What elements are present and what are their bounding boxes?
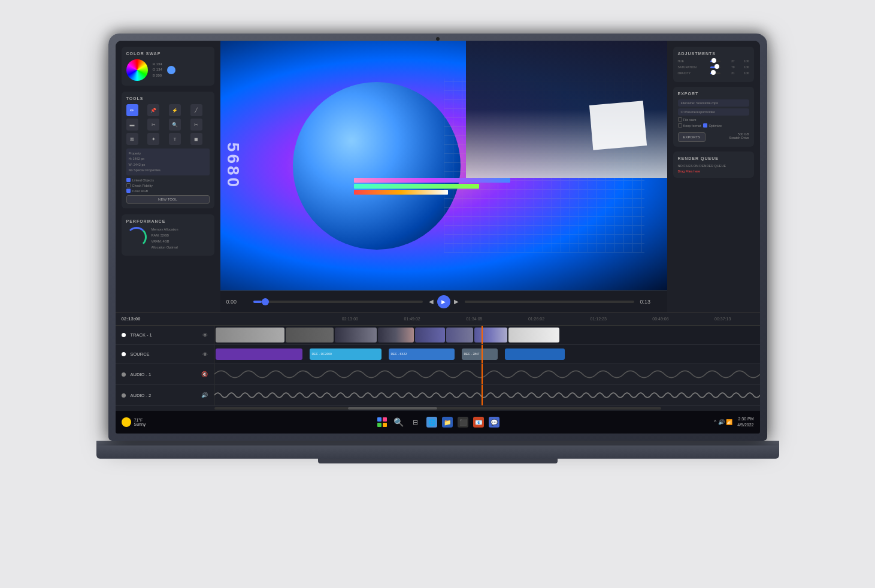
tool-shape[interactable]: ◼ [190,133,202,145]
color-swap-title: COLOR SWAP [126,51,210,56]
opacity-thumb[interactable] [711,70,716,75]
video-clip-6[interactable] [446,328,473,343]
video-clip-5[interactable] [415,328,445,343]
audio-1-mute-icon[interactable]: 🔇 [201,371,208,377]
app-teams[interactable]: 💬 [489,417,499,428]
visual-white-patch [589,101,647,150]
saturation-max: 100 [737,65,749,69]
source-track-dot [122,352,126,356]
performance-stats: Memory Allocation RAM: 32GB VRAM: 4GB Al… [152,227,178,251]
play-button[interactable]: ▶ [437,295,450,308]
source-clip-cyan[interactable]: REC - DC2000 [310,348,382,359]
track-1-name: TRACK - 1 [131,332,198,338]
source-clip-gray[interactable]: REC - 2847 [462,348,498,359]
windows-start-button[interactable] [376,416,388,428]
export-button[interactable]: EXPORTS [678,132,706,142]
video-clip-3[interactable] [335,328,377,343]
weather-temp: 71°F [134,418,146,422]
app-terminal[interactable]: ⬛ [458,417,468,428]
app-edge[interactable]: 🌐 [426,417,437,428]
hue-slider[interactable] [710,60,720,62]
timeline-tracks: TRACK - 1 👁 [116,326,760,406]
tool-pin[interactable]: 📌 [147,104,159,116]
next-button[interactable]: ▶ [454,298,459,305]
tool-eraser[interactable]: ▬ [126,119,138,131]
saturation-slider[interactable] [710,66,720,68]
search-button[interactable]: 🔍 [393,416,405,428]
tool-select[interactable]: ✂ [147,119,159,131]
app-folder[interactable]: 📁 [442,417,453,428]
tool-scissors[interactable]: ✂ [190,119,202,131]
taskbar: 71°F Sunny 🔍 [116,411,760,434]
hue-thumb[interactable] [711,58,716,63]
saturation-label: SATURATION [678,65,708,69]
saturation-thumb[interactable] [714,64,719,69]
source-track-eye-icon[interactable]: 👁 [202,351,208,357]
video-clip-2[interactable] [286,328,334,343]
progress-fill [253,301,262,303]
scrollbar-track[interactable] [214,407,661,410]
source-clip-purple[interactable] [216,348,302,359]
video-clip-4[interactable] [378,328,414,343]
properties-box: Property H: 1462 px W: 2442 px No Specia… [126,148,210,175]
tools-grid: ✏ 📌 ⚡ ╱ ▬ ✂ 🔍 ✂ ⊠ ✦ T [126,104,210,145]
app-mail[interactable]: 📧 [473,417,484,428]
tool-transform[interactable]: ✦ [147,133,159,145]
file-save-checkbox[interactable] [678,117,682,122]
new-tool-button[interactable]: NEW TOOL [126,195,210,204]
tool-line[interactable]: ╱ [190,104,202,116]
progress-track[interactable] [253,301,423,303]
tool-zoom[interactable]: 🔍 [169,119,181,131]
track-1: TRACK - 1 👁 [116,326,760,345]
drag-here-text[interactable]: Drag Files here [678,169,749,173]
audio-1-track: AUDIO - 1 🔇 [116,364,760,385]
perf-memory: Memory Allocation [152,227,178,233]
tool-pen[interactable]: ✏ [126,104,138,116]
timeline-scrollbar [116,406,760,411]
prev-button[interactable]: ◀ [429,298,434,305]
track-1-eye-icon[interactable]: 👁 [202,332,208,338]
source-clip-blue[interactable]: REC - 6X22 [389,348,455,359]
optimize-checkbox[interactable] [703,123,707,128]
progress-track-right[interactable] [465,301,634,303]
optimize-label: Optimize [709,124,722,128]
linked-objects-check[interactable]: Linked Objects [126,178,210,182]
tool-crop[interactable]: ⊠ [126,133,138,145]
file-save-option[interactable]: File save [678,117,697,122]
scratch-drive: 500 GBScratch Drive [729,132,749,140]
opacity-slider[interactable] [710,72,720,74]
color-rgb-check[interactable]: Color RGB [126,189,210,193]
task-view-button[interactable]: ⊟ [410,416,422,428]
keep-format-checkbox[interactable] [678,123,682,128]
audio-2-label: AUDIO - 2 🔊 [116,385,214,405]
screen-bezel: COLOR SWAP R 134 G 134 B 200 [116,41,760,434]
video-clip-7[interactable] [474,328,507,343]
video-clip-1[interactable] [216,328,284,343]
optimize-option[interactable]: Optimize [703,123,722,128]
video-clip-8[interactable] [508,328,559,343]
win-square-2 [383,417,387,422]
timecode-0: 02:13:00 [319,317,382,321]
linked-objects-checkbox[interactable] [126,178,131,182]
keep-format-option[interactable]: Keep format [678,123,701,128]
progress-thumb[interactable] [262,298,269,305]
tool-text[interactable]: T [169,133,181,145]
audio-1-label: AUDIO - 1 🔇 [116,364,214,384]
audio-2-playhead [482,385,483,405]
windows-logo [377,417,387,427]
tools-section: TOOLS ✏ 📌 ⚡ ╱ ▬ ✂ 🔍 ✂ ⊠ [122,92,214,208]
source-clip-darkblue[interactable] [505,348,565,359]
color-rgb-checkbox[interactable] [126,189,131,193]
preview-counter: 5680 [223,142,243,189]
color-wheel[interactable] [126,59,148,81]
color-swatch[interactable] [167,66,175,74]
scrollbar-thumb[interactable] [348,407,437,410]
timecode-1: 01:49:02 [381,317,443,321]
audio-2-volume-icon[interactable]: 🔊 [201,392,208,398]
audio-2-track: AUDIO - 2 🔊 [116,385,760,406]
tool-brush[interactable]: ⚡ [169,104,181,116]
perf-allocation: Allocation Optimal [152,245,178,251]
taskbar-time: 2:30 PM 4/5/2022 [737,416,753,428]
check-fidelity-check[interactable]: Check Fidelity [126,183,210,187]
check-fidelity-checkbox[interactable] [126,183,131,187]
